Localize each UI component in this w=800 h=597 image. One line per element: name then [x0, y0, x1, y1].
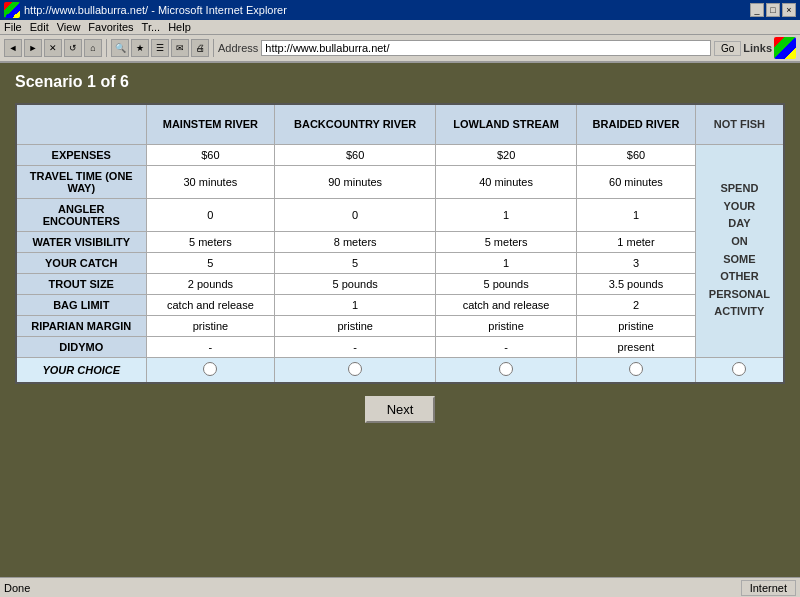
radio-cell-lowland[interactable]: [436, 357, 577, 383]
stop-button[interactable]: ✕: [44, 39, 62, 57]
radio-lowland[interactable]: [499, 362, 513, 376]
toolbar: ◄ ► ✕ ↺ ⌂ 🔍 ★ ☰ ✉ 🖨 Address Go Links: [0, 35, 800, 62]
not-fish-cell: SPENDYOURDAYONSOMEOTHERPERSONALACTIVITY: [695, 144, 784, 357]
minimize-button[interactable]: _: [750, 3, 764, 17]
home-button[interactable]: ⌂: [84, 39, 102, 57]
col-header-backcountry: BACKCOUNTRY RIVER: [275, 104, 436, 144]
cell-mainstem-3: 5 meters: [146, 231, 275, 252]
status-bar: Done Internet: [0, 577, 800, 597]
row-label: DIDYMO: [16, 336, 146, 357]
ie-logo: [774, 37, 796, 59]
refresh-button[interactable]: ↺: [64, 39, 82, 57]
table-row: BAG LIMITcatch and release1catch and rel…: [16, 294, 784, 315]
row-label: RIPARIAN MARGIN: [16, 315, 146, 336]
close-button[interactable]: ×: [782, 3, 796, 17]
next-button[interactable]: Next: [365, 396, 436, 423]
table-row: TROUT SIZE2 pounds5 pounds5 pounds3.5 po…: [16, 273, 784, 294]
title-bar: http://www.bullaburra.net/ - Microsoft I…: [0, 0, 800, 20]
scenario-title: Scenario 1 of 6: [15, 73, 785, 91]
cell-backcountry-1: 90 minutes: [275, 165, 436, 198]
cell-mainstem-5: 2 pounds: [146, 273, 275, 294]
search-button[interactable]: 🔍: [111, 39, 129, 57]
history-button[interactable]: ☰: [151, 39, 169, 57]
radio-cell-mainstem[interactable]: [146, 357, 275, 383]
next-button-container: Next: [15, 396, 785, 423]
cell-braided-1: 60 minutes: [577, 165, 696, 198]
links-label: Links: [743, 42, 772, 54]
row-label: WATER VISIBILITY: [16, 231, 146, 252]
col-header-lowland: LOWLAND STREAM: [436, 104, 577, 144]
cell-lowland-4: 1: [436, 252, 577, 273]
your-choice-row: YOUR CHOICE: [16, 357, 784, 383]
radio-mainstem[interactable]: [203, 362, 217, 376]
cell-braided-2: 1: [577, 198, 696, 231]
maximize-button[interactable]: □: [766, 3, 780, 17]
row-label: ANGLER ENCOUNTERS: [16, 198, 146, 231]
row-label: TRAVEL TIME (ONE WAY): [16, 165, 146, 198]
col-header-mainstem: MAINSTEM RIVER: [146, 104, 275, 144]
row-label: EXPENSES: [16, 144, 146, 165]
cell-backcountry-4: 5: [275, 252, 436, 273]
table-row: EXPENSES$60$60$20$60SPENDYOURDAYONSOMEOT…: [16, 144, 784, 165]
address-input[interactable]: [261, 40, 711, 56]
cell-mainstem-0: $60: [146, 144, 275, 165]
cell-lowland-1: 40 minutes: [436, 165, 577, 198]
table-row: TRAVEL TIME (ONE WAY)30 minutes90 minute…: [16, 165, 784, 198]
menu-view[interactable]: View: [57, 21, 81, 33]
empty-header: [16, 104, 146, 144]
go-button[interactable]: Go: [714, 41, 741, 56]
radio-cell-braided[interactable]: [577, 357, 696, 383]
back-button[interactable]: ◄: [4, 39, 22, 57]
cell-backcountry-5: 5 pounds: [275, 273, 436, 294]
cell-braided-7: pristine: [577, 315, 696, 336]
cell-backcountry-7: pristine: [275, 315, 436, 336]
cell-mainstem-6: catch and release: [146, 294, 275, 315]
col-header-notfish: NOT FISH: [695, 104, 784, 144]
favorites-button[interactable]: ★: [131, 39, 149, 57]
table-row: DIDYMO---present: [16, 336, 784, 357]
cell-mainstem-7: pristine: [146, 315, 275, 336]
menu-bar: File Edit View Favorites Tr... Help: [0, 20, 800, 35]
radio-cell-backcountry[interactable]: [275, 357, 436, 383]
menu-tools[interactable]: Tr...: [142, 21, 161, 33]
menu-favorites[interactable]: Favorites: [88, 21, 133, 33]
menu-help[interactable]: Help: [168, 21, 191, 33]
radio-notfish[interactable]: [732, 362, 746, 376]
forward-button[interactable]: ►: [24, 39, 42, 57]
scenario-table: MAINSTEM RIVER BACKCOUNTRY RIVER LOWLAND…: [15, 103, 785, 384]
address-label: Address: [218, 42, 258, 54]
your-choice-label: YOUR CHOICE: [16, 357, 146, 383]
table-row: WATER VISIBILITY5 meters8 meters5 meters…: [16, 231, 784, 252]
cell-braided-8: present: [577, 336, 696, 357]
address-bar: Address Go: [218, 40, 741, 56]
cell-braided-3: 1 meter: [577, 231, 696, 252]
menu-edit[interactable]: Edit: [30, 21, 49, 33]
cell-mainstem-2: 0: [146, 198, 275, 231]
radio-cell-notfish[interactable]: [695, 357, 784, 383]
radio-braided[interactable]: [629, 362, 643, 376]
cell-backcountry-2: 0: [275, 198, 436, 231]
menu-file[interactable]: File: [4, 21, 22, 33]
status-internet: Internet: [741, 580, 796, 596]
mail-button[interactable]: ✉: [171, 39, 189, 57]
cell-lowland-5: 5 pounds: [436, 273, 577, 294]
cell-braided-0: $60: [577, 144, 696, 165]
print-button[interactable]: 🖨: [191, 39, 209, 57]
cell-backcountry-6: 1: [275, 294, 436, 315]
cell-lowland-7: pristine: [436, 315, 577, 336]
table-row: YOUR CATCH5513: [16, 252, 784, 273]
cell-backcountry-8: -: [275, 336, 436, 357]
cell-braided-4: 3: [577, 252, 696, 273]
cell-mainstem-1: 30 minutes: [146, 165, 275, 198]
cell-braided-6: 2: [577, 294, 696, 315]
cell-braided-5: 3.5 pounds: [577, 273, 696, 294]
status-text: Done: [4, 582, 741, 594]
window-title: http://www.bullaburra.net/ - Microsoft I…: [24, 4, 287, 16]
radio-backcountry[interactable]: [348, 362, 362, 376]
row-label: BAG LIMIT: [16, 294, 146, 315]
cell-lowland-0: $20: [436, 144, 577, 165]
ie-icon: [4, 2, 20, 18]
row-label: YOUR CATCH: [16, 252, 146, 273]
cell-mainstem-8: -: [146, 336, 275, 357]
row-label: TROUT SIZE: [16, 273, 146, 294]
